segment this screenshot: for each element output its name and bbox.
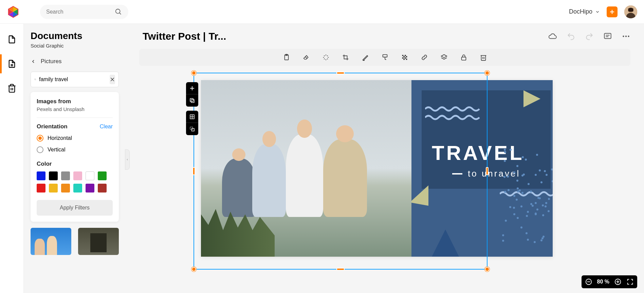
add-icon[interactable] [186, 82, 198, 94]
undo-button[interactable] [567, 32, 575, 41]
delete-icon[interactable] [480, 54, 487, 61]
resize-handle[interactable] [485, 267, 490, 272]
chevron-down-icon [595, 10, 600, 14]
zoom-out-button[interactable] [585, 278, 592, 286]
svg-rect-28 [402, 55, 403, 56]
thumbnail[interactable] [31, 228, 71, 255]
user-avatar[interactable] [624, 5, 637, 18]
svg-rect-31 [406, 56, 407, 57]
effects-icon[interactable] [322, 54, 330, 61]
svg-point-20 [623, 36, 624, 37]
crop-icon[interactable] [342, 54, 349, 61]
rail-page-icon[interactable] [6, 58, 17, 69]
rail-trash-icon[interactable] [6, 83, 17, 94]
color-swatch[interactable] [86, 171, 94, 180]
document-actions [548, 32, 630, 41]
color-swatch[interactable] [61, 184, 70, 193]
resize-canvas-icon[interactable] [186, 123, 198, 135]
document-title[interactable]: Twitter Post | Tr... [143, 31, 226, 42]
apply-filters-button[interactable]: Apply Filters [37, 200, 113, 216]
resize-handle[interactable] [336, 268, 345, 271]
header-right: DocHipo [569, 5, 637, 18]
svg-rect-32 [402, 57, 403, 59]
eraser-icon[interactable] [302, 54, 310, 61]
color-swatch[interactable] [73, 184, 82, 193]
svg-rect-45 [191, 99, 194, 103]
svg-rect-27 [383, 55, 387, 57]
color-swatch[interactable] [98, 184, 107, 193]
svg-point-13 [35, 79, 36, 80]
grid-icon[interactable] [186, 111, 198, 123]
left-rail [0, 24, 24, 293]
svg-rect-35 [406, 59, 407, 60]
divider [37, 117, 113, 118]
paint-icon[interactable] [381, 54, 389, 61]
svg-line-2 [119, 13, 121, 14]
svg-rect-17 [604, 33, 611, 38]
orientation-vertical[interactable]: Vertical [37, 146, 113, 153]
svg-rect-30 [403, 56, 405, 57]
resize-handle[interactable] [486, 167, 489, 175]
zoom-level[interactable]: 80 % [597, 279, 609, 285]
images-from-label: Images from [37, 98, 113, 105]
element-toolbar [139, 49, 630, 66]
collapse-sidebar-button[interactable] [125, 149, 130, 170]
sidebar: Documents Social Graphic Pictures Images… [24, 24, 126, 293]
sidebar-title: Documents [31, 31, 119, 41]
color-label: Color [37, 161, 113, 167]
color-swatch[interactable] [49, 184, 58, 193]
more-menu-icon[interactable] [622, 32, 630, 41]
color-swatch[interactable] [98, 171, 107, 180]
chevron-left-icon [31, 59, 36, 64]
floating-tools-2 [186, 111, 198, 135]
color-swatch[interactable] [49, 171, 58, 180]
breadcrumb-back[interactable]: Pictures [31, 58, 119, 65]
search-icon [115, 8, 122, 16]
color-swatch[interactable] [37, 184, 45, 193]
brand-label: DocHipo [569, 8, 592, 15]
global-search[interactable] [40, 5, 128, 19]
comments-icon[interactable] [603, 32, 612, 41]
color-swatch[interactable] [86, 184, 94, 193]
search-input[interactable] [46, 9, 115, 15]
clipboard-icon[interactable] [283, 54, 290, 61]
color-swatches [37, 171, 113, 193]
radio-label: Horizontal [48, 135, 72, 141]
app-header: DocHipo [0, 0, 644, 24]
rail-documents-icon[interactable] [6, 34, 17, 45]
fullscreen-button[interactable] [626, 278, 634, 286]
picture-search-input[interactable] [36, 76, 110, 83]
clear-filters-link[interactable]: Clear [100, 124, 113, 130]
duplicate-icon[interactable] [186, 94, 198, 107]
brand-menu[interactable]: DocHipo [569, 8, 600, 15]
radio-selected-icon [37, 135, 43, 142]
selection-box[interactable] [194, 73, 487, 270]
resize-handle[interactable] [192, 167, 195, 175]
layers-icon[interactable] [440, 54, 448, 61]
redo-button[interactable] [585, 32, 594, 41]
resize-handle[interactable] [336, 72, 345, 74]
orientation-horizontal[interactable]: Horizontal [37, 135, 113, 142]
resize-handle[interactable] [191, 267, 196, 272]
app-logo[interactable] [7, 5, 20, 18]
link-icon[interactable] [421, 54, 428, 61]
svg-rect-33 [405, 57, 406, 59]
svg-point-1 [116, 9, 120, 13]
radio-unselected-icon [37, 146, 43, 153]
resize-handle[interactable] [191, 71, 196, 75]
breadcrumb-label: Pictures [41, 58, 61, 65]
new-document-button[interactable] [607, 6, 618, 17]
resize-handle[interactable] [485, 71, 490, 75]
lock-icon[interactable] [460, 54, 467, 61]
color-swatch[interactable] [37, 171, 45, 180]
floating-tools-1 [186, 82, 198, 107]
color-swatch[interactable] [61, 171, 70, 180]
picture-search[interactable] [31, 72, 119, 87]
clear-search-button[interactable] [110, 75, 115, 84]
transparency-icon[interactable] [401, 54, 408, 61]
thumbnail[interactable] [78, 228, 119, 255]
draw-icon[interactable] [362, 54, 369, 61]
color-swatch[interactable] [73, 171, 82, 180]
zoom-in-button[interactable] [614, 278, 622, 286]
cloud-sync-icon[interactable] [548, 32, 557, 41]
